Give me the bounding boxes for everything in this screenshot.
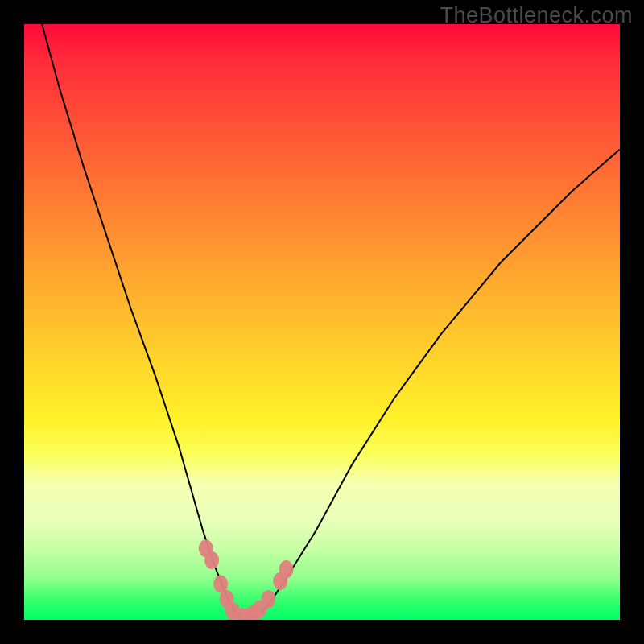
curve-layer (24, 24, 620, 620)
threshold-markers (199, 539, 294, 620)
watermark-text: TheBottleneck.com (440, 3, 633, 28)
chart-frame: TheBottleneck.com (0, 0, 644, 644)
threshold-marker (204, 551, 219, 569)
threshold-marker (279, 560, 294, 578)
plot-area (24, 24, 620, 620)
threshold-marker (261, 590, 275, 608)
bottleneck-curve (42, 24, 620, 620)
